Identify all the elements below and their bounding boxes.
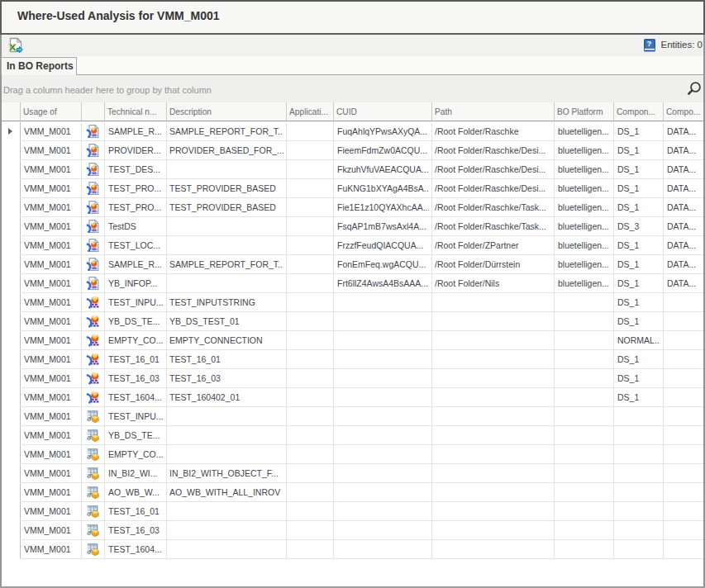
svg-text:?: ? xyxy=(647,39,652,48)
